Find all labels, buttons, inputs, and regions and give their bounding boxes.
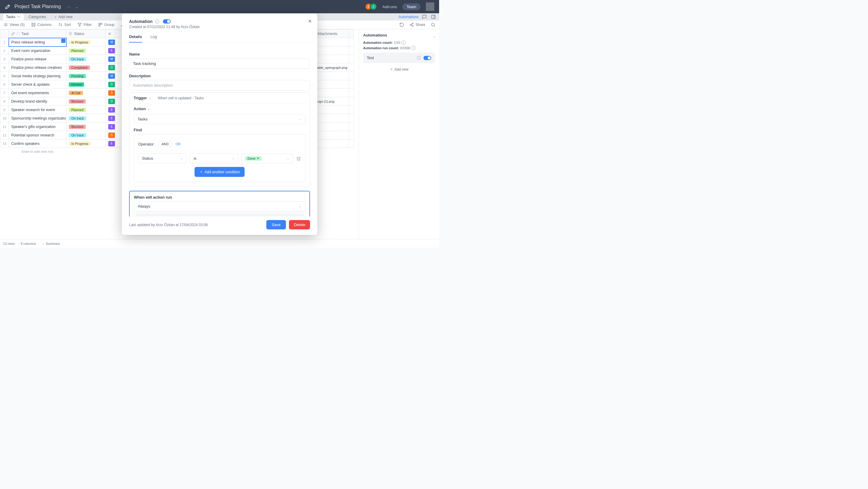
condition-operator-select[interactable]: is ⌄ (190, 153, 238, 163)
dropdown-option[interactable]: Always (135, 213, 304, 217)
operator-label: Operator: (138, 142, 155, 146)
chevron-down-icon: ⌄ (299, 205, 301, 208)
chevron-down-icon: ⌄ (148, 107, 150, 111)
tab-log[interactable]: Log (151, 34, 157, 42)
chevron-down-icon: ⌄ (180, 157, 183, 160)
last-updated-text: Last updated by Arzu Özkan at 17/04/2024… (129, 223, 208, 227)
modal-title: Automation (129, 19, 153, 24)
chevron-down-icon: ⌄ (299, 117, 302, 121)
tab-details[interactable]: Details (129, 34, 142, 42)
remove-tag-icon[interactable]: ✕ (257, 157, 259, 160)
action-row[interactable]: Action ⌄ (129, 104, 310, 114)
action-table-select[interactable]: Tasks ⌄ (134, 114, 306, 124)
when-select[interactable]: Always ⌄ (134, 201, 305, 211)
save-button[interactable]: Save (266, 220, 286, 229)
add-condition-button[interactable]: ＋ Add another condition (194, 167, 245, 177)
chevron-down-icon: ⌄ (232, 157, 234, 160)
chevron-down-icon: ⌄ (149, 96, 151, 99)
description-label: Description (129, 74, 310, 78)
when-action-run-box: When will action run Always ⌄ Always Run… (129, 191, 310, 217)
when-label: When will action run (134, 195, 305, 200)
operator-and-button[interactable]: AND (158, 141, 172, 147)
find-label: Find (134, 128, 306, 132)
trash-icon[interactable] (296, 156, 301, 161)
operator-or-button[interactable]: OR (176, 142, 181, 146)
modal-toggle[interactable] (163, 19, 171, 24)
info-icon[interactable]: i (155, 19, 159, 24)
name-label: Name (129, 52, 310, 56)
close-icon[interactable]: ✕ (308, 19, 312, 24)
condition-field-select[interactable]: Status ⌄ (138, 153, 187, 163)
when-dropdown: Always Run when records found (134, 212, 305, 217)
trigger-row[interactable]: Trigger ⌄ When cell is updated - Tasks (129, 93, 310, 104)
automation-modal: Automation i ✕ Created at 07/12/2022 11:… (122, 13, 317, 235)
modal-overlay: Automation i ✕ Created at 07/12/2022 11:… (0, 0, 439, 248)
chevron-down-icon: ⌄ (287, 157, 289, 160)
created-text: Created at 07/12/2022 11:49 by Arzu Özka… (129, 25, 310, 29)
delete-button[interactable]: Delete (289, 220, 310, 229)
condition-value-select[interactable]: Done ✕ ⌄ (241, 154, 293, 163)
description-input[interactable] (129, 80, 310, 91)
plus-icon: ＋ (199, 169, 203, 174)
name-input[interactable] (129, 58, 310, 69)
